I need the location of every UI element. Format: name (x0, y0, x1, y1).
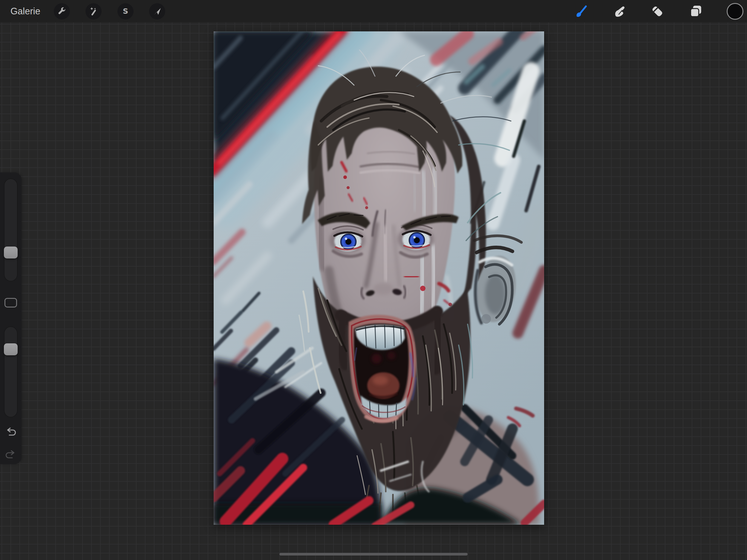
paintbrush-icon (574, 4, 588, 18)
paint-tool-button[interactable] (573, 4, 588, 19)
eraser-icon (650, 4, 664, 18)
drawing-canvas[interactable] (214, 31, 544, 525)
wrench-icon (57, 6, 67, 16)
gallery-button[interactable]: Galerie (10, 0, 40, 22)
erase-tool-button[interactable] (650, 4, 665, 19)
undo-arrow-icon (4, 425, 17, 438)
procreate-workspace: Galerie S (0, 0, 747, 560)
undo-button[interactable] (4, 425, 17, 438)
home-indicator[interactable] (279, 553, 468, 556)
redo-button[interactable] (4, 448, 17, 461)
smudge-tool-button[interactable] (612, 4, 627, 19)
artwork-painting (214, 31, 544, 525)
selection-s-icon: S (121, 6, 130, 16)
adjustments-button[interactable] (85, 3, 102, 20)
layers-icon (689, 4, 703, 18)
opacity-slider[interactable] (4, 326, 18, 417)
smudge-finger-icon (613, 4, 626, 18)
svg-text:S: S (123, 7, 128, 16)
color-swatch-button[interactable] (727, 3, 743, 20)
brush-sidebar (0, 172, 22, 464)
transform-arrow-icon (152, 6, 162, 16)
modify-button[interactable] (4, 298, 17, 307)
selection-button[interactable]: S (118, 3, 134, 20)
brush-size-slider[interactable] (4, 178, 18, 281)
actions-button[interactable] (54, 3, 70, 20)
transform-button[interactable] (149, 3, 165, 20)
layers-button[interactable] (689, 4, 703, 19)
magic-wand-icon (89, 6, 98, 16)
opacity-handle[interactable] (4, 343, 18, 355)
top-toolbar: Galerie S (0, 0, 747, 22)
brush-size-handle[interactable] (4, 247, 18, 258)
redo-arrow-icon (4, 448, 17, 461)
